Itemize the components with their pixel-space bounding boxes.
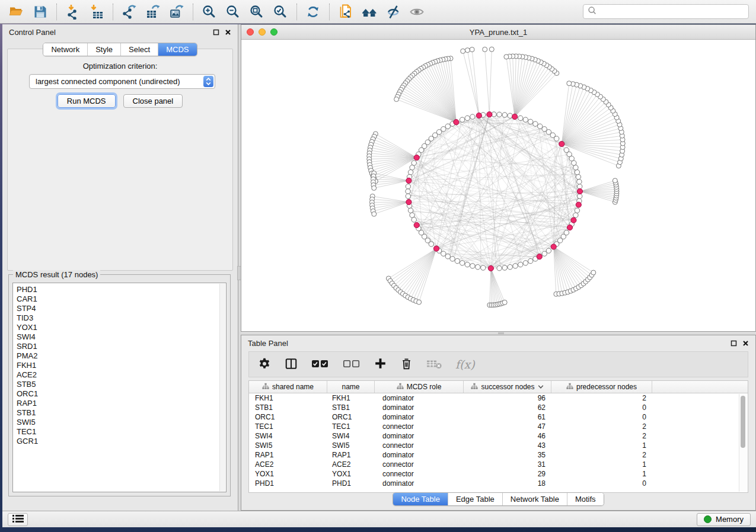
table-row[interactable]: FKH1FKH1dominator962 xyxy=(249,393,748,403)
search-box[interactable] xyxy=(583,4,749,19)
toggle-column-view-icon xyxy=(285,357,298,372)
toolbar-separator xyxy=(56,4,57,20)
close-window-icon[interactable] xyxy=(247,28,254,36)
close-panel-icon[interactable] xyxy=(225,29,231,36)
network-canvas[interactable] xyxy=(241,40,755,331)
cell-name: PHD1 xyxy=(327,479,375,488)
cell-name: SWI5 xyxy=(327,441,375,450)
mcds-result-item[interactable]: STB1 xyxy=(17,408,226,418)
panel-menu-button[interactable] xyxy=(8,513,28,526)
mcds-result-item[interactable]: ORC1 xyxy=(17,389,226,399)
mcds-result-item[interactable]: YOX1 xyxy=(17,323,226,332)
zoom-selected-icon xyxy=(273,4,288,20)
import-network-button[interactable] xyxy=(63,2,82,21)
search-input[interactable] xyxy=(599,7,744,17)
function-builder-button[interactable]: f(x) xyxy=(455,359,475,370)
cell-MCDS-role: dominator xyxy=(375,413,464,421)
select-all-columns-button[interactable] xyxy=(311,358,329,371)
unselect-all-columns-button[interactable] xyxy=(343,358,361,371)
table-row[interactable]: ACE2ACE2connector311 xyxy=(249,460,748,469)
apply-layout-button[interactable] xyxy=(304,2,323,21)
column-header-shared-name[interactable]: shared name xyxy=(249,381,327,393)
save-session-button[interactable] xyxy=(31,2,50,21)
cell-shared-name: ORC1 xyxy=(249,413,327,421)
float-table-panel-icon[interactable] xyxy=(731,340,737,347)
memory-button[interactable]: Memory xyxy=(697,513,751,526)
table-row[interactable]: YOX1YOX1connector291 xyxy=(249,469,748,479)
cell-shared-name: PHD1 xyxy=(249,479,327,488)
select-all-columns-icon xyxy=(311,358,329,371)
mcds-result-item[interactable]: ACE2 xyxy=(17,370,226,380)
column-header-MCDS-role[interactable]: MCDS role xyxy=(375,381,464,393)
tab-motifs[interactable]: Motifs xyxy=(567,493,604,505)
cell-shared-name: FKH1 xyxy=(249,394,327,402)
minimize-window-icon[interactable] xyxy=(259,28,266,36)
mcds-result-item[interactable]: GCR1 xyxy=(17,437,226,446)
column-header-successor-nodes[interactable]: successor nodes xyxy=(464,381,551,393)
mcds-result-item[interactable]: CAR1 xyxy=(17,294,226,304)
network-title-bar[interactable]: YPA_prune.txt_1 xyxy=(241,25,755,40)
cell-predecessor-nodes: 0 xyxy=(551,413,652,421)
table-row[interactable]: STB1STB1dominator620 xyxy=(249,403,748,412)
mcds-result-item[interactable]: SWI5 xyxy=(17,418,226,427)
tab-mcds[interactable]: MCDS xyxy=(158,43,196,56)
table-settings-button[interactable] xyxy=(258,357,271,372)
mcds-result-item[interactable]: FKH1 xyxy=(17,361,226,370)
export-network-button[interactable] xyxy=(120,2,139,21)
import-table-button[interactable] xyxy=(87,2,106,21)
zoom-selected-button[interactable] xyxy=(271,2,290,21)
export-table-button[interactable] xyxy=(143,2,162,21)
table-scrollbar[interactable] xyxy=(739,394,747,492)
cell-shared-name: STB1 xyxy=(249,403,327,412)
mcds-result-item[interactable]: STB5 xyxy=(17,380,226,389)
toggle-column-view-button[interactable] xyxy=(285,357,298,372)
mcds-result-item[interactable]: SWI4 xyxy=(17,332,226,342)
close-table-panel-icon[interactable] xyxy=(742,340,749,347)
optimization-criterion-select[interactable]: largest connected component (undirected) xyxy=(29,74,215,89)
tab-edge-table[interactable]: Edge Table xyxy=(448,493,502,505)
hide-selected-button[interactable] xyxy=(384,2,403,21)
export-image-button[interactable] xyxy=(167,2,186,21)
mcds-result-item[interactable]: PHD1 xyxy=(17,285,226,294)
tab-node-table[interactable]: Node Table xyxy=(393,493,448,505)
show-all-button[interactable] xyxy=(407,2,426,21)
table-row[interactable]: SWI5SWI5connector431 xyxy=(249,441,748,450)
float-panel-icon[interactable] xyxy=(213,29,219,36)
maximize-window-icon[interactable] xyxy=(270,28,277,36)
mcds-result-item[interactable]: SRD1 xyxy=(17,342,226,351)
cell-name: ORC1 xyxy=(327,413,375,421)
table-row[interactable]: TEC1TEC1connector472 xyxy=(249,422,748,431)
open-session-icon xyxy=(9,4,24,20)
table-row[interactable]: SWI4SWI4dominator462 xyxy=(249,431,748,441)
table-row[interactable]: RAP1RAP1dominator352 xyxy=(249,450,748,460)
tab-style[interactable]: Style xyxy=(87,43,120,56)
first-neighbors-button[interactable] xyxy=(360,2,379,21)
zoom-in-button[interactable] xyxy=(200,2,219,21)
mcds-list-scrollbar[interactable] xyxy=(219,284,225,491)
open-session-button[interactable] xyxy=(7,2,26,21)
new-network-from-selection-button[interactable] xyxy=(336,2,355,21)
zoom-fit-button[interactable] xyxy=(247,2,266,21)
cell-predecessor-nodes: 1 xyxy=(551,460,652,469)
run-mcds-button[interactable]: Run MCDS xyxy=(58,94,116,108)
mcds-result-item[interactable]: TEC1 xyxy=(17,427,226,437)
column-header-name[interactable]: name xyxy=(327,381,375,393)
mcds-result-item[interactable]: STP4 xyxy=(17,304,226,313)
mcds-result-item[interactable]: RAP1 xyxy=(17,399,226,408)
create-column-button[interactable] xyxy=(374,357,387,371)
tab-network[interactable]: Network xyxy=(43,43,87,56)
first-neighbors-icon xyxy=(362,4,377,20)
table-scrollbar-thumb[interactable] xyxy=(741,396,745,448)
zoom-out-button[interactable] xyxy=(224,2,243,21)
close-panel-button[interactable]: Close panel xyxy=(123,94,183,108)
splitter-grip-horizontal[interactable] xyxy=(498,332,504,334)
mcds-result-item[interactable]: PMA2 xyxy=(17,351,226,361)
delete-table-button[interactable] xyxy=(426,358,442,371)
tab-network-table[interactable]: Network Table xyxy=(502,493,567,505)
column-header-predecessor-nodes[interactable]: predecessor nodes xyxy=(551,381,652,393)
table-row[interactable]: ORC1ORC1dominator610 xyxy=(249,412,748,422)
table-row[interactable]: PHD1PHD1dominator180 xyxy=(249,479,748,488)
mcds-result-item[interactable]: TID3 xyxy=(17,313,226,323)
delete-columns-button[interactable] xyxy=(400,357,413,372)
tab-select[interactable]: Select xyxy=(120,43,158,56)
